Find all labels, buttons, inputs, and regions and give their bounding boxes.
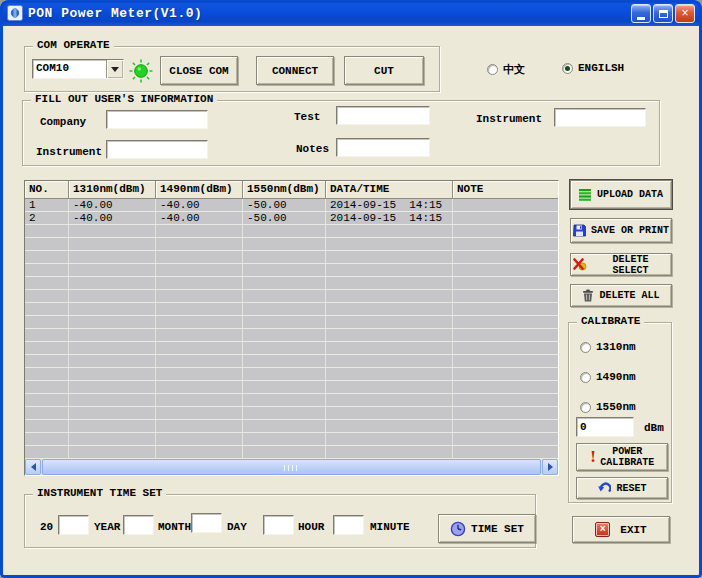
table-cell bbox=[69, 355, 156, 368]
table-row-empty[interactable] bbox=[25, 225, 558, 238]
com-port-dropdown-button[interactable] bbox=[106, 60, 123, 78]
test-field[interactable] bbox=[336, 106, 430, 125]
horizontal-scrollbar[interactable] bbox=[25, 459, 558, 475]
table-cell bbox=[69, 329, 156, 342]
time-set-button[interactable]: TIME SET bbox=[438, 514, 536, 543]
table-cell bbox=[326, 394, 453, 407]
column-header-datetime[interactable]: DATA/TIME bbox=[326, 181, 453, 199]
cut-button[interactable]: CUT bbox=[344, 56, 424, 85]
scrollbar-thumb[interactable] bbox=[42, 459, 541, 475]
table-row-empty[interactable] bbox=[25, 303, 558, 316]
table-cell bbox=[243, 368, 326, 381]
minute-field[interactable] bbox=[333, 515, 364, 535]
table-cell bbox=[243, 381, 326, 394]
save-icon bbox=[573, 224, 586, 237]
table-row-empty[interactable] bbox=[25, 277, 558, 290]
trash-icon bbox=[582, 289, 594, 302]
reset-button[interactable]: RESET bbox=[576, 477, 668, 499]
day-field[interactable] bbox=[191, 513, 222, 533]
table-row-empty[interactable] bbox=[25, 394, 558, 407]
com-port-select[interactable]: COM10 bbox=[32, 59, 124, 79]
calibrate-value-field[interactable] bbox=[576, 417, 634, 437]
month-label: MONTH bbox=[158, 521, 191, 533]
instrument-left-field[interactable] bbox=[106, 140, 208, 159]
table-cell: -40.00 bbox=[156, 212, 243, 225]
delete-select-button[interactable]: DELETE SELECT bbox=[570, 253, 672, 276]
power-calibrate-button[interactable]: ! POWER CALIBRATE bbox=[576, 443, 668, 471]
close-button[interactable]: × bbox=[675, 4, 695, 23]
minimize-button[interactable] bbox=[631, 4, 651, 23]
delete-all-button[interactable]: DELETE ALL bbox=[570, 284, 672, 307]
table-row-empty[interactable] bbox=[25, 407, 558, 420]
table-cell: 2014-09-15 14:15 bbox=[326, 212, 453, 225]
dbm-unit-label: dBm bbox=[644, 422, 664, 434]
table-cell bbox=[69, 433, 156, 446]
scroll-left-button[interactable] bbox=[25, 459, 41, 475]
table-cell bbox=[69, 303, 156, 316]
table-cell bbox=[453, 225, 558, 238]
column-header-1550[interactable]: 1550nm(dBm) bbox=[243, 181, 326, 199]
table-cell bbox=[453, 433, 558, 446]
reset-label: RESET bbox=[616, 483, 646, 494]
calibrate-radio-1490nm[interactable]: 1490nm bbox=[580, 371, 636, 383]
notes-field[interactable] bbox=[336, 138, 430, 157]
table-cell bbox=[326, 368, 453, 381]
close-com-button[interactable]: CLOSE COM bbox=[160, 56, 238, 85]
table-row-empty[interactable] bbox=[25, 368, 558, 381]
instrument-right-field[interactable] bbox=[554, 108, 646, 127]
table-cell bbox=[243, 251, 326, 264]
column-header-note[interactable]: NOTE bbox=[453, 181, 558, 199]
exit-button[interactable]: × EXIT bbox=[572, 516, 670, 543]
table-cell: -40.00 bbox=[69, 199, 156, 212]
column-header-no[interactable]: NO. bbox=[25, 181, 69, 199]
table-row-empty[interactable] bbox=[25, 381, 558, 394]
table-row-empty[interactable] bbox=[25, 264, 558, 277]
table-cell bbox=[25, 446, 69, 459]
table-cell bbox=[326, 303, 453, 316]
hour-field[interactable] bbox=[263, 515, 294, 535]
table-cell bbox=[156, 342, 243, 355]
table-row-empty[interactable] bbox=[25, 238, 558, 251]
scrollbar-track[interactable] bbox=[41, 459, 542, 475]
table-cell bbox=[69, 446, 156, 459]
table-row-empty[interactable] bbox=[25, 446, 558, 459]
table-row[interactable]: 1 -40.00 -40.00 -50.00 2014-09-15 14:15 bbox=[25, 199, 558, 212]
table-row[interactable]: 2 -40.00 -40.00 -50.00 2014-09-15 14:15 bbox=[25, 212, 558, 225]
calibrate-radio-1550nm[interactable]: 1550nm bbox=[580, 401, 636, 413]
table-row-empty[interactable] bbox=[25, 433, 558, 446]
company-field[interactable] bbox=[106, 110, 208, 129]
month-field[interactable] bbox=[123, 515, 154, 535]
table-row-empty[interactable] bbox=[25, 342, 558, 355]
language-radio-english[interactable]: ENGILSH bbox=[562, 62, 624, 74]
table-row-empty[interactable] bbox=[25, 420, 558, 433]
language-radio-chinese[interactable]: 中文 bbox=[487, 62, 525, 77]
column-header-1490[interactable]: 1490nm(dBm) bbox=[156, 181, 243, 199]
table-row-empty[interactable] bbox=[25, 355, 558, 368]
table-cell bbox=[156, 355, 243, 368]
table-row-empty[interactable] bbox=[25, 329, 558, 342]
save-or-print-button[interactable]: SAVE OR PRINT bbox=[570, 218, 672, 243]
title-bar[interactable]: PON Power Meter(V1.0) × bbox=[0, 0, 702, 26]
maximize-button[interactable] bbox=[653, 4, 673, 23]
table-cell: 2 bbox=[25, 212, 69, 225]
calibrate-1490-label: 1490nm bbox=[596, 371, 636, 383]
table-cell bbox=[243, 264, 326, 277]
connect-button[interactable]: CONNECT bbox=[256, 56, 334, 85]
calibrate-legend: CALIBRATE bbox=[577, 315, 644, 327]
table-cell bbox=[243, 446, 326, 459]
year-field[interactable] bbox=[58, 515, 89, 535]
table-cell bbox=[243, 407, 326, 420]
table-row-empty[interactable] bbox=[25, 290, 558, 303]
table-cell bbox=[25, 225, 69, 238]
column-header-1310[interactable]: 1310nm(dBm) bbox=[69, 181, 156, 199]
calibrate-radio-1310nm[interactable]: 1310nm bbox=[580, 341, 636, 353]
power-calibrate-label-line2: CALIBRATE bbox=[600, 457, 654, 469]
scroll-right-button[interactable] bbox=[542, 459, 558, 475]
table-cell bbox=[69, 290, 156, 303]
table-cell: -50.00 bbox=[243, 199, 326, 212]
radio-icon bbox=[580, 372, 591, 383]
upload-data-button[interactable]: UPLOAD DATA bbox=[570, 180, 672, 209]
table-row-empty[interactable] bbox=[25, 316, 558, 329]
table-row-empty[interactable] bbox=[25, 251, 558, 264]
table-cell bbox=[69, 342, 156, 355]
